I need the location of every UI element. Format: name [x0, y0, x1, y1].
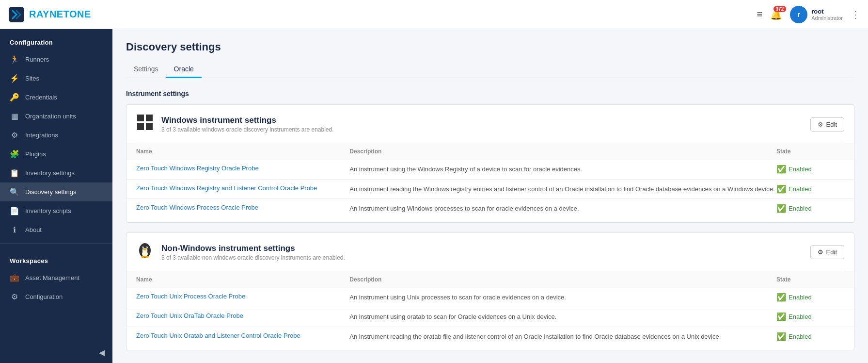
main-content: Discovery settings Settings Oracle Instr…	[112, 29, 868, 363]
state-label: Enabled	[789, 333, 812, 340]
table-row: Zero Touch Windows Registry Oracle Probe…	[126, 160, 854, 179]
linux-icon	[136, 242, 154, 263]
nonwindows-edit-button[interactable]: ⚙ Edit	[810, 245, 844, 259]
state-label: Enabled	[789, 313, 812, 320]
notification-badge: 372	[773, 6, 787, 12]
row-state: ✅ Enabled	[776, 293, 844, 302]
svg-rect-1	[137, 115, 144, 121]
avatar: r	[790, 6, 807, 23]
windows-col-state: State	[776, 148, 844, 155]
row-description: An instrument reading the Windows regist…	[349, 184, 776, 194]
app-header: RAYNETONE ≡ 🔔 372 r root Administrator ⋮	[0, 0, 868, 29]
windows-instrument-card: Windows instrument settings 3 of 3 avail…	[126, 104, 854, 223]
row-name[interactable]: Zero Touch Unix Process Oracle Probe	[136, 293, 349, 300]
list-icon-button[interactable]: ≡	[757, 9, 763, 20]
sidebar: Configuration 🏃 Runners ⚡ Sites 🔑 Creden…	[0, 29, 112, 363]
sidebar-item-credentials[interactable]: 🔑 Credentials	[0, 88, 112, 107]
nonwindows-card-title: Non-Windows instrument settings	[161, 244, 345, 253]
row-description: An instrument using Unix processes to sc…	[349, 293, 776, 302]
state-label: Enabled	[789, 185, 812, 193]
windows-icon	[136, 114, 154, 135]
sidebar-item-label: Credentials	[25, 94, 57, 101]
logo-icon	[8, 6, 25, 23]
row-state: ✅ Enabled	[776, 165, 844, 174]
svg-point-14	[141, 256, 145, 258]
state-label: Enabled	[789, 294, 812, 301]
sidebar-item-discovery-settings[interactable]: 🔍 Discovery settings	[0, 182, 112, 201]
row-state: ✅ Enabled	[776, 312, 844, 321]
asset-management-icon: 💼	[10, 273, 19, 282]
table-row: Zero Touch Windows Process Oracle Probe …	[126, 198, 854, 218]
sidebar-item-inventory-settings[interactable]: 📋 Inventory settings	[0, 164, 112, 182]
sidebar-item-integrations[interactable]: ⚙ Integrations	[0, 126, 112, 145]
row-name[interactable]: Zero Touch Unix OraTab Oracle Probe	[136, 312, 349, 319]
sidebar-item-inventory-scripts[interactable]: 📄 Inventory scripts	[0, 201, 112, 220]
row-description: An instrument using oratab to scan for O…	[349, 312, 776, 322]
notification-button[interactable]: 🔔 372	[770, 9, 782, 20]
windows-edit-button[interactable]: ⚙ Edit	[810, 117, 844, 132]
enabled-icon: ✅	[776, 332, 786, 341]
row-description: An instrument using the Windows Registry…	[349, 165, 776, 174]
nonwindows-card-header-left: Non-Windows instrument settings 3 of 3 a…	[136, 242, 345, 263]
nonwindows-card-subtitle: 3 of 3 available non windows oracle disc…	[161, 254, 345, 261]
plugins-icon: 🧩	[10, 149, 19, 159]
row-description: An instrument using Windows processes to…	[349, 204, 776, 214]
sidebar-item-label: Runners	[25, 56, 49, 63]
credentials-icon: 🔑	[10, 93, 19, 102]
state-label: Enabled	[789, 205, 812, 212]
nonwindows-col-description: Description	[349, 276, 776, 283]
logo-text: RAYNETONE	[29, 9, 91, 20]
row-name[interactable]: Zero Touch Unix Oratab and Listener Cont…	[136, 332, 349, 339]
svg-point-10	[146, 247, 147, 248]
sidebar-item-configuration[interactable]: ⚙ Configuration	[0, 287, 112, 306]
windows-card-subtitle: 3 of 3 available windows oracle discover…	[161, 126, 334, 133]
nonwindows-card-title-group: Non-Windows instrument settings 3 of 3 a…	[161, 244, 345, 261]
more-options-button[interactable]: ⋮	[851, 9, 860, 20]
row-name[interactable]: Zero Touch Windows Registry Oracle Probe	[136, 165, 349, 172]
row-state: ✅ Enabled	[776, 184, 844, 194]
table-row: Zero Touch Windows Registry and Listener…	[126, 179, 854, 199]
sidebar-item-asset-management[interactable]: 💼 Asset Management	[0, 268, 112, 287]
discovery-settings-icon: 🔍	[10, 187, 19, 197]
sidebar-item-label: Sites	[25, 75, 39, 82]
svg-point-15	[145, 256, 149, 258]
inventory-settings-icon: 📋	[10, 168, 19, 178]
nonwindows-card-header: Non-Windows instrument settings 3 of 3 a…	[126, 233, 854, 271]
windows-card-header: Windows instrument settings 3 of 3 avail…	[126, 105, 854, 143]
table-row: Zero Touch Unix Oratab and Listener Cont…	[126, 327, 854, 346]
header-right: ≡ 🔔 372 r root Administrator ⋮	[757, 6, 860, 23]
nonwindows-instrument-card: Non-Windows instrument settings 3 of 3 a…	[126, 232, 854, 351]
tab-bar: Settings Oracle	[126, 61, 854, 78]
logo: RAYNETONE	[8, 6, 91, 23]
table-row: Zero Touch Unix OraTab Oracle Probe An i…	[126, 307, 854, 327]
enabled-icon: ✅	[776, 165, 786, 174]
sidebar-item-runners[interactable]: 🏃 Runners	[0, 50, 112, 69]
row-name[interactable]: Zero Touch Windows Process Oracle Probe	[136, 204, 349, 211]
user-role: Administrator	[811, 15, 843, 21]
sidebar-item-label: Organization units	[25, 113, 76, 120]
enabled-icon: ✅	[776, 184, 786, 194]
svg-point-11	[143, 248, 146, 250]
row-name[interactable]: Zero Touch Windows Registry and Listener…	[136, 184, 349, 192]
tab-oracle[interactable]: Oracle	[166, 61, 202, 78]
config-section-title: Configuration	[0, 29, 112, 50]
nonwindows-col-name: Name	[136, 276, 349, 283]
windows-col-description: Description	[349, 148, 776, 155]
windows-rows: Zero Touch Windows Registry Oracle Probe…	[126, 160, 854, 222]
windows-table-header: Name Description State	[126, 143, 854, 160]
tab-settings[interactable]: Settings	[126, 61, 166, 78]
sidebar-item-sites[interactable]: ⚡ Sites	[0, 69, 112, 88]
user-section[interactable]: r root Administrator	[790, 6, 843, 23]
row-state: ✅ Enabled	[776, 204, 844, 213]
sites-icon: ⚡	[10, 74, 19, 83]
nonwindows-rows: Zero Touch Unix Process Oracle Probe An …	[126, 288, 854, 350]
svg-point-9	[142, 247, 143, 248]
sidebar-item-org-units[interactable]: ▦ Organization units	[0, 107, 112, 126]
sidebar-item-label: Inventory settings	[25, 169, 75, 177]
page-title: Discovery settings	[126, 41, 854, 53]
collapse-sidebar-button[interactable]: ◀	[0, 342, 112, 363]
user-info: root Administrator	[811, 8, 843, 21]
sidebar-item-plugins[interactable]: 🧩 Plugins	[0, 145, 112, 164]
row-state: ✅ Enabled	[776, 332, 844, 341]
sidebar-item-about[interactable]: ℹ About	[0, 220, 112, 239]
